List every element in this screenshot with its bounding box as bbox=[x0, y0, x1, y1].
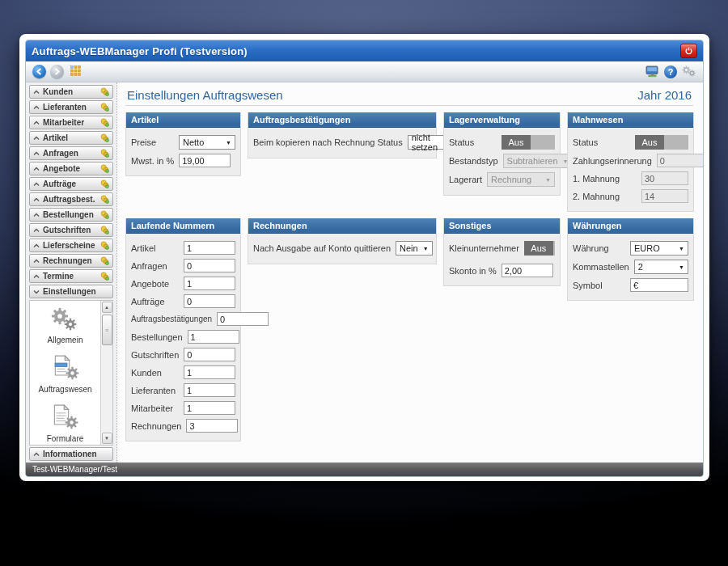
nummer-bestellungen-input[interactable] bbox=[188, 330, 239, 344]
nummer-label: Kunden bbox=[131, 368, 162, 378]
mwst-input[interactable] bbox=[179, 154, 231, 167]
sidebar-item-label: Auftragsbest. bbox=[43, 195, 97, 204]
nummer-label: Gutschriften bbox=[131, 350, 179, 360]
bestandstyp-select[interactable]: Subtrahieren ▼ bbox=[503, 154, 573, 168]
settings-entry-allgemein[interactable]: Allgemein bbox=[48, 307, 83, 344]
lagerart-select[interactable]: Rechnung ▼ bbox=[487, 172, 555, 187]
kommastellen-value: 2 bbox=[638, 262, 643, 272]
power-close-button[interactable] bbox=[680, 44, 697, 58]
kommastellen-select[interactable]: 2 ▼ bbox=[634, 260, 688, 274]
preise-value: Netto bbox=[183, 137, 204, 147]
panel-auftragsbestaetigungen-title: Auftragsbestätigungen bbox=[248, 112, 436, 128]
nummer-auftragsbestaetigungen-input[interactable] bbox=[217, 312, 269, 326]
settings-entry-formulare[interactable]: Formulare bbox=[47, 404, 84, 443]
settings-entry-label: Allgemein bbox=[48, 336, 83, 344]
status-text: Test-WEBManager/Test bbox=[32, 465, 117, 474]
sidebar-item-angebote[interactable]: Angebote bbox=[29, 162, 113, 175]
bestandstyp-value: Subtrahieren bbox=[507, 156, 558, 166]
chevron-down-icon: ▼ bbox=[679, 246, 684, 251]
nummer-angebote-input[interactable] bbox=[184, 277, 235, 290]
sidebar-item-bestellungen[interactable]: Bestellungen bbox=[29, 208, 113, 222]
waehrung-select[interactable]: EURO ▼ bbox=[630, 241, 688, 256]
title-bar: Auftrags-WEBManager Profi (Testversion) bbox=[26, 40, 703, 61]
nummer-artikel-input[interactable] bbox=[184, 241, 235, 255]
nummer-lieferanten-input[interactable] bbox=[184, 383, 235, 397]
nummer-mitarbeiter-input[interactable] bbox=[184, 401, 235, 415]
nummer-kunden-input[interactable] bbox=[184, 365, 235, 379]
waehrung-value: EURO bbox=[634, 243, 660, 253]
help-button[interactable]: ? bbox=[664, 65, 677, 78]
chevron-down-icon: ▼ bbox=[679, 264, 684, 270]
sidebar-item-mitarbeiter[interactable]: Mitarbeiter bbox=[29, 116, 113, 129]
grid-icon bbox=[70, 65, 81, 76]
nummer-label: Aufträge bbox=[131, 297, 165, 306]
symbol-input[interactable] bbox=[630, 278, 688, 292]
chevron-down-icon: ▼ bbox=[423, 246, 429, 251]
sidebar-item-lieferscheine[interactable]: Lieferscheine bbox=[29, 239, 113, 252]
nummer-anfragen-input[interactable] bbox=[184, 259, 235, 272]
panel-laufende-nummern: Laufende Nummern Artikel Anfragen bbox=[125, 218, 241, 441]
sidebar-item-gutschriften[interactable]: Gutschriften bbox=[29, 223, 113, 237]
lager-status-toggle[interactable]: Aus bbox=[502, 135, 555, 150]
chevron-up-icon bbox=[33, 182, 40, 187]
sidebar-item-artikel[interactable]: Artikel bbox=[29, 131, 113, 145]
panel-rechnungen-title: Rechnungen bbox=[248, 218, 436, 234]
chevron-up-icon bbox=[33, 452, 40, 457]
panel-waehrungen: Währungen Währung EURO ▼ bbox=[567, 218, 694, 301]
toggle-track bbox=[664, 135, 688, 150]
panel-sonstiges: Sonstiges Kleinunternehmer Aus bbox=[443, 218, 561, 286]
nummer-label: Lieferanten bbox=[131, 386, 176, 395]
mahnung1-input[interactable] bbox=[641, 171, 688, 185]
mwst-label: Mwst. in % bbox=[131, 156, 174, 166]
help-question-glyph: ? bbox=[668, 67, 674, 77]
coins-icon bbox=[100, 272, 109, 281]
scroll-up-button[interactable]: ▲ bbox=[102, 302, 112, 313]
sidebar-item-informationen[interactable]: Informationen bbox=[29, 447, 113, 461]
preise-label: Preise bbox=[131, 137, 156, 147]
chevron-up-icon bbox=[33, 197, 40, 202]
settings-gears-button[interactable] bbox=[682, 65, 696, 78]
nummer-rechnungen-input[interactable] bbox=[186, 419, 238, 433]
system-monitor-button[interactable] bbox=[645, 65, 659, 78]
sidebar-item-auftraege[interactable]: Aufträge bbox=[29, 177, 113, 191]
forward-button[interactable] bbox=[50, 65, 64, 78]
nummer-label: Auftragsbestätigungen bbox=[131, 315, 212, 323]
nummer-auftraege-input[interactable] bbox=[184, 294, 235, 308]
panel-rechnungen: Rechnungen Nach Ausgabe auf Konto quitti… bbox=[248, 218, 437, 264]
mahnung2-input[interactable] bbox=[641, 189, 688, 203]
sidebar-item-rechnungen[interactable]: Rechnungen bbox=[29, 254, 113, 268]
sidebar-item-auftragsbest[interactable]: Auftragsbest. bbox=[29, 192, 113, 206]
bestandstyp-label: Bestandstyp bbox=[449, 156, 498, 166]
app-grid-button[interactable] bbox=[70, 65, 81, 79]
preise-select[interactable]: Netto ▼ bbox=[179, 135, 235, 150]
sidebar-item-einstellungen[interactable]: Einstellungen bbox=[29, 285, 113, 298]
kleinunternehmer-label: Kleinunternehmer bbox=[449, 243, 519, 253]
sidebar-item-termine[interactable]: Termine bbox=[29, 269, 113, 283]
sidebar-item-lieferanten[interactable]: Lieferanten bbox=[29, 100, 113, 114]
back-button[interactable] bbox=[32, 65, 46, 78]
kleinunternehmer-toggle[interactable]: Aus bbox=[524, 241, 555, 256]
zahlungserinnerung-input[interactable] bbox=[657, 154, 703, 167]
lagerart-label: Lagerart bbox=[449, 175, 482, 184]
settings-entry-auftragswesen[interactable]: Auftragswesen bbox=[38, 355, 91, 394]
mahn-status-toggle[interactable]: Aus bbox=[635, 135, 688, 150]
scroll-down-button[interactable]: ▼ bbox=[102, 433, 112, 444]
sidebar-item-label: Kunden bbox=[43, 87, 97, 96]
quittieren-select[interactable]: Nein ▼ bbox=[396, 241, 433, 256]
chevron-up-icon bbox=[33, 243, 40, 248]
nummer-label: Anfragen bbox=[131, 261, 167, 271]
chevron-up-icon bbox=[33, 105, 40, 110]
kopieren-status-label: Beim kopieren nach Rechnung Status bbox=[253, 137, 403, 147]
gears-icon bbox=[49, 307, 80, 333]
status-bar: Test-WEBManager/Test bbox=[26, 463, 703, 476]
panel-lagerverwaltung: Lagerverwaltung Status Aus bbox=[443, 112, 561, 196]
panel-waehrungen-title: Währungen bbox=[568, 218, 693, 234]
nummer-gutschriften-input[interactable] bbox=[184, 348, 235, 361]
sidebar-item-anfragen[interactable]: Anfragen bbox=[29, 146, 113, 160]
panel-lagerverwaltung-title: Lagerverwaltung bbox=[444, 112, 560, 128]
skonto-input[interactable] bbox=[502, 264, 553, 277]
chevron-up-icon bbox=[33, 120, 40, 125]
settings-scrollbar[interactable]: ▲ ≡ ▼ bbox=[100, 301, 112, 445]
sidebar-item-kunden[interactable]: Kunden bbox=[29, 85, 113, 99]
scroll-thumb[interactable]: ≡ bbox=[102, 315, 112, 345]
